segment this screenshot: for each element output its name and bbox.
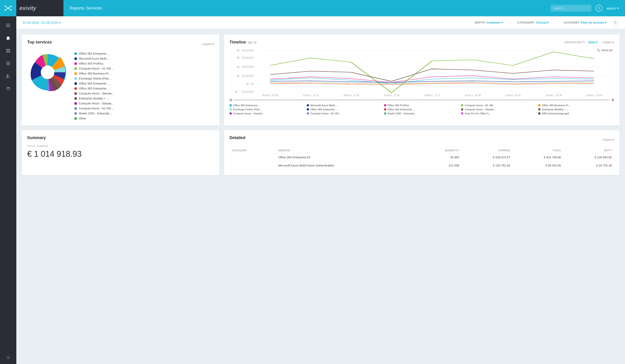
timeline-legend-item: Office 365 Enterprise ... <box>384 108 460 111</box>
svg-rect-10 <box>6 25 10 26</box>
timeline-legend-item: Compute Hours - A2 VM ... <box>307 112 383 115</box>
chevron-down-icon: ▾ <box>596 41 597 44</box>
cell-net: € 105 934.90 <box>563 153 614 161</box>
detailed-card: Detailed ↓ Export ▾ CATEGORY SERVICE QUA… <box>224 130 620 175</box>
cell-category <box>229 161 276 170</box>
legend-item: Compute Hours - Standa... <box>74 102 114 105</box>
legend-item: Enterprise Mobility + ... <box>74 97 114 100</box>
col-cogs: COGS <box>512 148 563 153</box>
timeline-card: Timeline top 15 GRANULARITY Daily ▾ ↓ Ex… <box>224 34 620 125</box>
svg-text:Jan 19: Jan 19 <box>464 94 481 96</box>
legend-item: Office 365 Enterprise ... <box>74 82 114 85</box>
timeline-legend-item: Visio Pro for Office 3... <box>461 112 537 115</box>
sidebar-item-users[interactable] <box>0 70 16 83</box>
top-navigation: exivity Reports: Services ? admin ▾ <box>0 0 625 16</box>
sidebar-item-reports[interactable] <box>0 44 16 57</box>
refresh-button[interactable]: ↻ <box>612 19 619 26</box>
sidebar-item-home[interactable] <box>0 32 16 44</box>
svg-point-23 <box>41 65 54 79</box>
page-title: Reports: Services <box>63 6 551 11</box>
svg-rect-13 <box>8 49 10 51</box>
brand-name: exivity <box>16 5 36 11</box>
legend-item: Office 365 Enterprise ... <box>74 87 114 90</box>
table-row: Office 365 Enterprise E3 35 863 € 529 67… <box>229 153 614 161</box>
svg-text:Jan 23: Jan 23 <box>545 94 562 96</box>
svg-line-8 <box>8 8 11 10</box>
chevron-down-icon: ▾ <box>613 138 614 141</box>
timeline-chart: 🔍 Show all € 4000 € 3000 € 2000 € 1000 €… <box>229 47 614 102</box>
svg-rect-11 <box>6 27 10 27</box>
cell-cogs: € 423 739.66 <box>512 153 563 161</box>
sidebar-item-menu[interactable] <box>0 19 16 32</box>
svg-rect-9 <box>6 24 10 24</box>
svg-rect-12 <box>6 49 8 51</box>
cell-quantity: 121 069 <box>418 161 462 170</box>
sidebar-item-settings[interactable] <box>0 351 16 364</box>
timeline-legend-item: Enterprise Mobility + ... <box>538 108 614 111</box>
col-net[interactable]: NET ▾ <box>563 148 614 153</box>
timeline-legend-item: Compute Hours - Standa... <box>461 108 537 111</box>
chevron-down-icon: ▾ <box>617 6 619 10</box>
timeline-legend-item: Microsoft Azure Multi-... <box>307 104 383 107</box>
timeline-legend: Office 365 Enterprise ...Microsoft Azure… <box>229 104 614 115</box>
show-all-button[interactable]: 🔍 Show all <box>595 48 614 53</box>
search-input[interactable] <box>551 5 592 12</box>
svg-text:€ 1000: € 1000 <box>237 75 254 77</box>
logo-area: exivity <box>0 0 63 16</box>
svg-text:Jan 17: Jan 17 <box>424 94 440 96</box>
table-row: Microsoft Azure Multi-Factor Authenticat… <box>229 161 614 170</box>
svg-text:Jan 13: Jan 13 <box>343 94 359 96</box>
cell-quantity: 35 863 <box>418 153 462 161</box>
help-button[interactable]: ? <box>595 5 602 12</box>
timeline-export[interactable]: ↓ Export ▾ <box>601 41 614 44</box>
svg-text:Jan 09: Jan 09 <box>262 94 279 96</box>
depth-value[interactable]: Customer ▾ <box>487 21 503 24</box>
legend-item: Compute Hours - A1 VM ... <box>74 67 114 70</box>
timeline-legend-item: EBS:VolumeUsage.gp2 <box>538 112 614 115</box>
top-services-export[interactable]: ↓ Export ▾ <box>201 42 214 46</box>
legend-item: Exchange Online (Plan ... <box>74 77 114 80</box>
svg-text:€ 3000: € 3000 <box>237 56 254 59</box>
main-content: Top services ↓ Export ▾ <box>16 29 625 181</box>
legend-item: Other <box>74 117 114 120</box>
scroll-right[interactable]: ‖ <box>611 98 614 101</box>
cell-charge: € 529 674.57 <box>462 153 512 161</box>
cell-cogs: € 99 010.00 <box>512 161 563 170</box>
chevron-down-icon: ▾ <box>547 21 549 24</box>
legend-item: Microsoft Azure Multi-... <box>74 57 114 60</box>
top-services-card: Top services ↓ Export ▾ <box>22 34 219 125</box>
sidebar-item-services[interactable] <box>0 57 16 70</box>
legend-item: Office 365 Business Pr... <box>74 72 114 75</box>
sidebar-item-database[interactable] <box>0 83 16 95</box>
svg-point-19 <box>7 75 8 76</box>
category-value[interactable]: Choose ▾ <box>536 21 549 24</box>
timeline-legend-item: Office 365 ProPlus <box>384 104 460 107</box>
scroll-left[interactable]: ‖ <box>229 98 232 101</box>
granularity-select[interactable]: Daily ▾ <box>588 41 597 44</box>
chevron-down-icon: ▾ <box>501 21 503 24</box>
svg-rect-18 <box>6 64 10 65</box>
detailed-export[interactable]: ↓ Export ▾ <box>601 138 614 141</box>
svg-text:Jan 25: Jan 25 <box>586 94 602 96</box>
nav-right: ? admin ▾ <box>551 5 625 12</box>
sidebar <box>0 16 16 364</box>
col-category: CATEGORY <box>229 148 276 153</box>
timeline-subtitle: top 15 <box>248 41 257 44</box>
detailed-table: CATEGORY SERVICE QUANTITY CHARGE COGS NE… <box>229 148 614 170</box>
filter-toolbar: 01-03-2018 - 01-26-2018 ▾ DEPTH Customer… <box>16 16 625 29</box>
chevron-down-icon: ▾ <box>59 21 61 25</box>
timeline-legend-item: Compute Hours - Standa... <box>229 112 305 115</box>
legend-item: Model 1200 - Subscript... <box>74 112 114 115</box>
summary-title: Summary <box>27 135 46 140</box>
account-value[interactable]: Filter by account ▾ <box>581 21 606 24</box>
svg-point-21 <box>6 87 10 88</box>
user-menu[interactable]: admin ▾ <box>606 6 619 10</box>
date-range-filter[interactable]: 01-03-2018 - 01-26-2018 ▾ <box>23 21 61 25</box>
timeline-legend-item: Office 365 Enterprise ... <box>229 104 305 107</box>
summary-card: Summary TOTAL CHARGE € 1 014 918.93 <box>22 130 219 175</box>
cell-service: Microsoft Azure Multi-Factor Authenticat… <box>276 161 418 170</box>
svg-rect-16 <box>6 62 10 62</box>
timeline-legend-item: Office 365 Business Pr... <box>538 104 614 107</box>
timeline-legend-item: Compute Hours - A1 VM ... <box>461 104 537 107</box>
svg-text:€ 4000: € 4000 <box>237 49 254 52</box>
